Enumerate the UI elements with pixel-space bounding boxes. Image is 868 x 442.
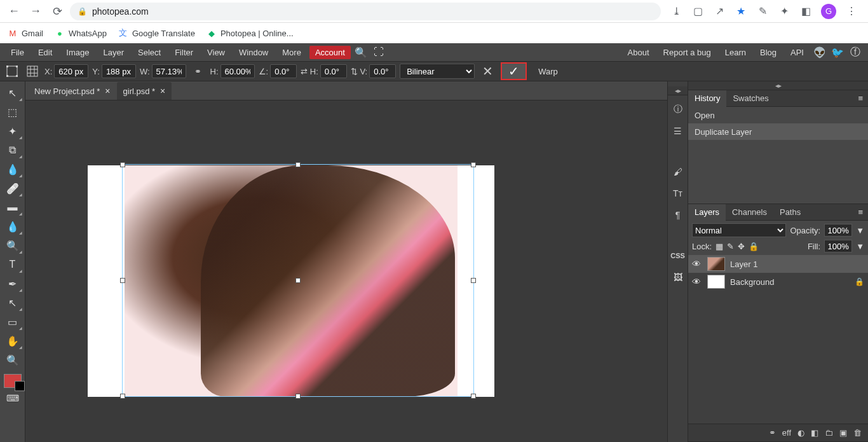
- menu-more[interactable]: More: [276, 45, 307, 60]
- handle-bottom-mid[interactable]: [295, 394, 301, 399]
- eyedropper-tool[interactable]: 💧◢: [2, 160, 24, 178]
- shape-tool[interactable]: ▭◢: [2, 313, 24, 331]
- close-icon[interactable]: ×: [160, 86, 165, 96]
- crop-tool[interactable]: ⧉◢: [2, 141, 24, 159]
- profile-avatar[interactable]: G: [821, 4, 836, 19]
- tab-swatches[interactable]: Swatches: [726, 90, 775, 107]
- handle-top-mid[interactable]: [295, 162, 301, 167]
- marquee-tool[interactable]: ⬚: [2, 103, 24, 121]
- hand-tool[interactable]: ✋◢: [2, 332, 24, 350]
- share-icon[interactable]: ↗: [713, 5, 726, 18]
- visibility-icon[interactable]: 👁: [692, 259, 702, 269]
- angle-input[interactable]: [270, 64, 297, 78]
- wand-tool[interactable]: ✦◢: [2, 122, 24, 140]
- panel-menu-icon[interactable]: ≡: [853, 207, 868, 217]
- document-icon[interactable]: ▢: [691, 5, 704, 18]
- handle-mid-left[interactable]: [120, 278, 125, 283]
- forward-button[interactable]: →: [27, 3, 44, 20]
- fullscreen-icon[interactable]: ⛶: [371, 45, 386, 60]
- back-button[interactable]: ←: [5, 3, 23, 20]
- dodge-tool[interactable]: 🔍◢: [2, 237, 24, 254]
- h-input[interactable]: [220, 64, 255, 78]
- bookmark-star-icon[interactable]: ★: [735, 5, 747, 18]
- link-layers-icon[interactable]: ⚭: [769, 428, 776, 438]
- character-panel-icon[interactable]: Tт: [670, 186, 686, 201]
- menu-api[interactable]: API: [785, 45, 810, 60]
- lock-transparency-icon[interactable]: ▦: [715, 242, 723, 251]
- reference-point-icon[interactable]: [24, 63, 41, 79]
- download-icon[interactable]: ⤓: [670, 5, 682, 18]
- link-wh-icon[interactable]: ⚭: [190, 63, 207, 79]
- search-icon[interactable]: 🔍: [353, 45, 369, 60]
- mask-icon[interactable]: ◐: [797, 428, 804, 438]
- blend-mode-select[interactable]: Normal: [692, 223, 786, 237]
- css-panel-icon[interactable]: CSS: [670, 248, 686, 263]
- foreground-color-swatch[interactable]: [4, 374, 22, 388]
- x-input[interactable]: [54, 64, 88, 78]
- skew-h-input[interactable]: [320, 64, 347, 78]
- lock-pixels-icon[interactable]: ✎: [727, 242, 734, 251]
- pen-tool[interactable]: ✒◢: [2, 275, 24, 293]
- address-bar[interactable]: 🔒 photopea.com: [70, 3, 661, 20]
- reload-button[interactable]: ⟳: [48, 3, 66, 20]
- handle-top-left[interactable]: [120, 162, 125, 167]
- tab-new-project[interactable]: New Project.psd *×: [28, 82, 117, 100]
- bookmark-whatsapp[interactable]: ●WhatsApp: [55, 28, 107, 38]
- blur-tool[interactable]: 💧◢: [2, 218, 24, 235]
- transform-icon[interactable]: [4, 63, 20, 79]
- account-button[interactable]: Account: [309, 46, 351, 59]
- text-tool[interactable]: T◢: [2, 256, 24, 273]
- commit-transform-button[interactable]: ✓: [501, 62, 527, 80]
- tab-layers[interactable]: Layers: [688, 204, 726, 221]
- eyedropper-ext-icon[interactable]: ✎: [756, 5, 769, 18]
- menu-select[interactable]: Select: [132, 45, 166, 60]
- tab-channels[interactable]: Channels: [726, 204, 773, 221]
- menu-window[interactable]: Window: [233, 45, 274, 60]
- image-panel-icon[interactable]: 🖼: [670, 270, 686, 285]
- move-tool[interactable]: ↖◢: [2, 84, 24, 102]
- bookmark-gmail[interactable]: MGmail: [8, 28, 43, 38]
- collapse-toggle-right[interactable]: ◂▸: [688, 81, 868, 90]
- warp-button[interactable]: Warp: [538, 67, 558, 76]
- chevron-down-icon[interactable]: ▼: [856, 242, 864, 251]
- tab-girl[interactable]: girl.psd *×: [117, 82, 172, 100]
- fill-value[interactable]: 100%: [824, 240, 852, 252]
- lock-all-icon[interactable]: 🔒: [749, 242, 759, 251]
- interpolation-select[interactable]: Bilinear: [400, 64, 475, 79]
- adjustment-icon[interactable]: ◧: [811, 428, 818, 438]
- y-input[interactable]: [102, 64, 136, 78]
- layer-thumbnail[interactable]: [707, 275, 725, 289]
- sidepanel-icon[interactable]: ◧: [799, 5, 812, 18]
- panel-menu-icon[interactable]: ≡: [853, 93, 868, 103]
- transform-bounding-box[interactable]: [122, 164, 474, 397]
- collapse-toggle[interactable]: ◂▸: [668, 86, 688, 95]
- adjust-panel-icon[interactable]: ☰: [670, 123, 686, 139]
- handle-center[interactable]: [295, 278, 301, 283]
- chevron-down-icon[interactable]: ▼: [856, 226, 864, 235]
- info-panel-icon[interactable]: ⓘ: [670, 102, 686, 117]
- tab-history[interactable]: History: [688, 90, 726, 107]
- extensions-icon[interactable]: ✦: [778, 5, 790, 18]
- menu-view[interactable]: View: [201, 45, 231, 60]
- menu-image[interactable]: Image: [60, 45, 95, 60]
- visibility-icon[interactable]: 👁: [692, 277, 702, 287]
- menu-edit[interactable]: Edit: [32, 45, 58, 60]
- reddit-icon[interactable]: 👽: [812, 45, 827, 60]
- history-item[interactable]: Duplicate Layer: [688, 123, 868, 140]
- layer-thumbnail[interactable]: [707, 257, 725, 271]
- brush-tool[interactable]: ▬◢: [2, 198, 24, 216]
- bookmark-photopea[interactable]: ◆Photopea | Online...: [207, 28, 294, 38]
- tab-paths[interactable]: Paths: [773, 204, 807, 221]
- brush-panel-icon[interactable]: 🖌: [670, 164, 686, 179]
- heal-tool[interactable]: 🩹◢: [2, 179, 24, 197]
- fx-icon[interactable]: eff: [782, 428, 791, 438]
- handle-mid-right[interactable]: [471, 278, 476, 283]
- zoom-tool[interactable]: 🔍: [2, 351, 24, 369]
- bookmark-google-translate[interactable]: 文Google Translate: [118, 28, 195, 38]
- menu-report-bug[interactable]: Report a bug: [658, 45, 717, 60]
- menu-blog[interactable]: Blog: [754, 45, 782, 60]
- w-input[interactable]: [152, 64, 186, 78]
- paragraph-panel-icon[interactable]: ¶: [670, 207, 686, 223]
- lock-position-icon[interactable]: ✥: [738, 242, 745, 251]
- menu-filter[interactable]: Filter: [169, 45, 199, 60]
